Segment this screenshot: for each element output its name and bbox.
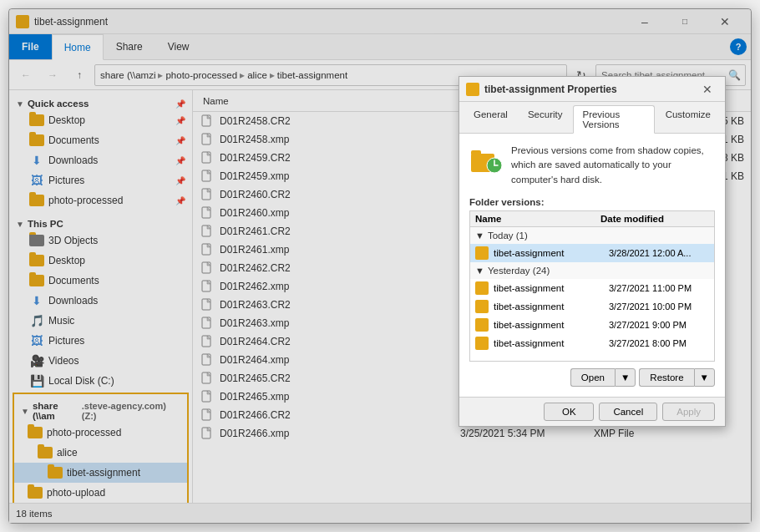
dialog-tab-customize[interactable]: Customize: [656, 105, 720, 133]
cancel-button[interactable]: Cancel: [599, 403, 657, 421]
version-name: tibet-assignment: [494, 338, 609, 348]
yesterday-group-header: ▼ Yesterday (24): [470, 262, 714, 279]
version-folder-icon: [475, 281, 489, 295]
ok-button[interactable]: OK: [544, 403, 594, 421]
version-action-buttons: Open ▼ Restore ▼: [469, 368, 715, 387]
dialog-tab-general[interactable]: General: [464, 105, 517, 133]
version-folder-icon: [475, 300, 489, 313]
col-header-version-name: Name: [475, 214, 600, 224]
open-button-split: Open ▼: [570, 368, 636, 387]
version-folder-icon: [475, 337, 489, 350]
dialog-info: Previous versions come from shadow copie…: [469, 144, 715, 187]
version-row[interactable]: tibet-assignment 3/27/2021 11:00 PM: [470, 279, 714, 297]
version-name: tibet-assignment: [494, 248, 609, 258]
dialog-info-icon: [469, 144, 503, 177]
dialog-overlay: tibet-assignment Properties ✕ General Se…: [9, 9, 751, 523]
version-row[interactable]: tibet-assignment 3/27/2021 9:00 PM: [470, 316, 714, 334]
today-group-header: ▼ Today (1): [470, 227, 714, 244]
restore-button[interactable]: Restore: [639, 368, 693, 387]
version-date: 3/27/2021 11:00 PM: [609, 283, 709, 293]
apply-button[interactable]: Apply: [662, 403, 715, 421]
svg-rect-37: [471, 150, 481, 155]
restore-dropdown-button[interactable]: ▼: [694, 368, 715, 387]
dialog-close-button[interactable]: ✕: [697, 80, 718, 99]
open-dropdown-button[interactable]: ▼: [615, 368, 636, 387]
open-button[interactable]: Open: [570, 368, 615, 387]
dialog-tabs: General Security Previous Versions Custo…: [459, 102, 725, 134]
version-folder-icon: [475, 318, 489, 332]
col-header-version-date: Date modified: [600, 214, 709, 224]
version-folder-icon: [475, 246, 489, 260]
versions-list[interactable]: ▼ Today (1) tibet-assignment 3/28/2021 1…: [470, 227, 714, 361]
dialog-info-text: Previous versions come from shadow copie…: [511, 144, 715, 187]
version-row[interactable]: tibet-assignment 3/27/2021 8:00 PM: [470, 334, 714, 352]
dialog-content: Previous versions come from shadow copie…: [459, 134, 725, 397]
folder-clock-icon: [469, 144, 503, 177]
dialog-title-text: tibet-assignment Properties: [484, 84, 697, 95]
version-name: tibet-assignment: [494, 320, 609, 330]
version-row[interactable]: tibet-assignment 3/28/2021 12:00 A...: [470, 244, 714, 262]
version-row[interactable]: tibet-assignment 3/27/2021 10:00 PM: [470, 297, 714, 316]
folder-versions-label: Folder versions:: [469, 197, 715, 207]
dialog-title-bar: tibet-assignment Properties ✕: [459, 77, 725, 102]
explorer-window: tibet-assignment – □ ✕ File Home Share V…: [8, 8, 752, 524]
version-date: 3/27/2021 9:00 PM: [609, 320, 709, 330]
version-date: 3/27/2021 10:00 PM: [609, 301, 709, 312]
version-name: tibet-assignment: [494, 301, 609, 312]
version-date: 3/28/2021 12:00 A...: [609, 248, 709, 258]
dialog-title-icon: [466, 83, 479, 96]
version-name: tibet-assignment: [494, 283, 609, 293]
version-date: 3/27/2021 8:00 PM: [609, 338, 709, 348]
versions-table-container: Name Date modified ▼ Today (1) tibet-ass…: [469, 210, 715, 362]
restore-button-split: Restore ▼: [639, 368, 715, 387]
properties-dialog: tibet-assignment Properties ✕ General Se…: [459, 76, 726, 427]
versions-table-header: Name Date modified: [470, 211, 714, 227]
dialog-tab-previous-versions[interactable]: Previous Versions: [573, 105, 654, 134]
dialog-tab-security[interactable]: Security: [519, 105, 572, 133]
dialog-bottom-buttons: OK Cancel Apply: [459, 397, 725, 426]
